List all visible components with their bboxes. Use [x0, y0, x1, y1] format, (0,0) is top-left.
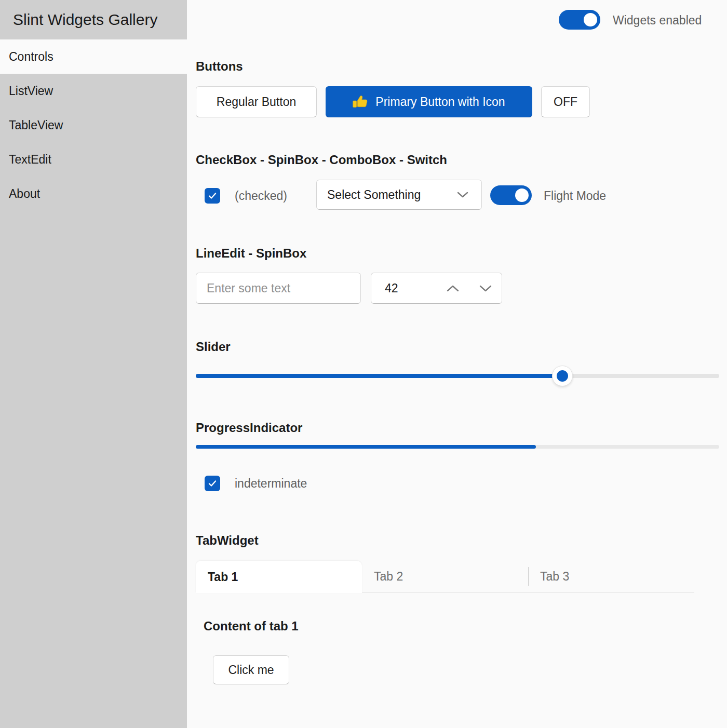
buttons-heading: Buttons	[196, 59, 243, 74]
sidebar-item-tableview[interactable]: TableView	[0, 108, 187, 142]
app-title: Slint Widgets Gallery	[0, 0, 187, 39]
off-button[interactable]: OFF	[541, 86, 590, 117]
slider-fill	[196, 374, 562, 378]
progress-heading: ProgressIndicator	[196, 421, 302, 435]
sidebar-item-label: TextEdit	[9, 153, 51, 167]
combobox[interactable]: Select Something	[316, 180, 482, 210]
slider-handle-dot	[557, 370, 568, 382]
slider-handle[interactable]	[552, 366, 573, 386]
switch-knob	[584, 13, 597, 26]
switch-knob	[515, 188, 529, 202]
click-me-button[interactable]: Click me	[213, 655, 289, 684]
tab-2[interactable]: Tab 2	[362, 561, 528, 592]
primary-button-label: Primary Button with Icon	[375, 95, 505, 109]
spinbox[interactable]: 42	[371, 273, 502, 304]
chevron-down-icon	[456, 191, 469, 198]
checked-checkbox[interactable]	[205, 188, 220, 204]
chevron-up-icon	[446, 285, 460, 292]
chevron-down-icon	[479, 285, 492, 292]
slider-heading: Slider	[196, 340, 231, 354]
thumbs-up-icon	[353, 94, 368, 110]
tab-bar: Tab 1 Tab 2 Tab 3	[196, 561, 694, 593]
tab-content-heading: Content of tab 1	[204, 619, 299, 633]
sidebar-item-about[interactable]: About	[0, 177, 187, 211]
lineedit-input[interactable]	[196, 273, 361, 304]
lineedit-heading: LineEdit - SpinBox	[196, 246, 306, 261]
spinbox-increment-button[interactable]	[436, 273, 469, 303]
flight-mode-switch[interactable]	[490, 185, 532, 205]
widgets-enabled-label: Widgets enabled	[613, 14, 702, 28]
tab-label: Tab 1	[208, 570, 238, 584]
flight-mode-label: Flight Mode	[544, 189, 606, 203]
controls-heading: CheckBox - SpinBox - ComboBox - Switch	[196, 153, 447, 167]
progress-indicator	[196, 445, 719, 449]
progress-fill	[196, 445, 536, 449]
widgets-enabled-switch[interactable]	[559, 10, 600, 30]
tab-label: Tab 3	[540, 570, 569, 584]
primary-button[interactable]: Primary Button with Icon	[326, 86, 532, 117]
check-icon	[207, 478, 218, 489]
checked-checkbox-label: (checked)	[235, 189, 287, 203]
sidebar-item-controls[interactable]: Controls	[0, 39, 187, 74]
tab-1[interactable]: Tab 1	[196, 561, 362, 593]
slider-track[interactable]	[196, 374, 719, 378]
sidebar-item-label: ListView	[9, 84, 53, 98]
spinbox-decrement-button[interactable]	[469, 273, 502, 303]
tab-3[interactable]: Tab 3	[528, 561, 694, 592]
regular-button[interactable]: Regular Button	[196, 86, 317, 117]
combobox-value: Select Something	[327, 188, 421, 202]
spinbox-value[interactable]: 42	[371, 281, 436, 295]
indeterminate-label: indeterminate	[235, 477, 307, 491]
sidebar-item-label: TableView	[9, 118, 63, 132]
sidebar-item-label: About	[9, 187, 40, 201]
sidebar-item-label: Controls	[9, 50, 53, 64]
sidebar-item-listview[interactable]: ListView	[0, 74, 187, 108]
tabwidget-heading: TabWidget	[196, 533, 259, 548]
indeterminate-checkbox[interactable]	[205, 476, 220, 491]
tab-label: Tab 2	[374, 570, 403, 584]
sidebar-item-textedit[interactable]: TextEdit	[0, 142, 187, 177]
sidebar: Slint Widgets Gallery Controls ListView …	[0, 0, 187, 728]
tab-bar-baseline	[362, 592, 694, 592]
check-icon	[207, 191, 218, 201]
